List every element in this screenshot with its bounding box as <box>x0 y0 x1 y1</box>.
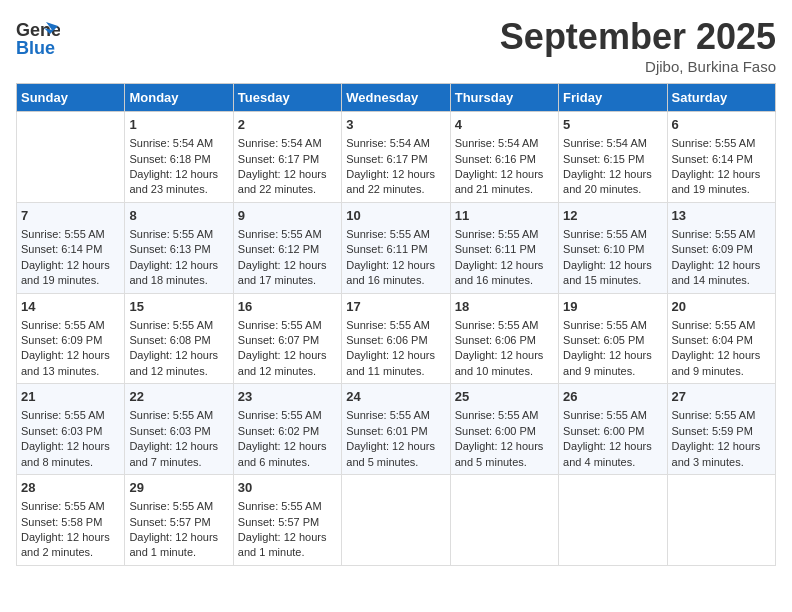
daylight-text: Daylight: 12 hours and 12 minutes. <box>238 349 327 376</box>
sunset-text: Sunset: 6:14 PM <box>21 243 102 255</box>
calendar-cell <box>17 112 125 203</box>
daylight-text: Daylight: 12 hours and 17 minutes. <box>238 259 327 286</box>
sunrise-text: Sunrise: 5:55 AM <box>672 319 756 331</box>
daylight-text: Daylight: 12 hours and 2 minutes. <box>21 531 110 558</box>
sunset-text: Sunset: 6:18 PM <box>129 153 210 165</box>
day-number: 25 <box>455 388 554 406</box>
weekday-header-row: SundayMondayTuesdayWednesdayThursdayFrid… <box>17 84 776 112</box>
sunrise-text: Sunrise: 5:55 AM <box>129 228 213 240</box>
calendar-week-3: 14Sunrise: 5:55 AMSunset: 6:09 PMDayligh… <box>17 293 776 384</box>
daylight-text: Daylight: 12 hours and 1 minute. <box>238 531 327 558</box>
sunrise-text: Sunrise: 5:55 AM <box>238 500 322 512</box>
day-number: 20 <box>672 298 771 316</box>
daylight-text: Daylight: 12 hours and 22 minutes. <box>238 168 327 195</box>
sunrise-text: Sunrise: 5:55 AM <box>346 319 430 331</box>
sunrise-text: Sunrise: 5:55 AM <box>129 319 213 331</box>
calendar-cell: 13Sunrise: 5:55 AMSunset: 6:09 PMDayligh… <box>667 202 775 293</box>
daylight-text: Daylight: 12 hours and 6 minutes. <box>238 440 327 467</box>
daylight-text: Daylight: 12 hours and 13 minutes. <box>21 349 110 376</box>
sunrise-text: Sunrise: 5:54 AM <box>238 137 322 149</box>
daylight-text: Daylight: 12 hours and 9 minutes. <box>563 349 652 376</box>
day-number: 27 <box>672 388 771 406</box>
sunrise-text: Sunrise: 5:55 AM <box>346 409 430 421</box>
sunrise-text: Sunrise: 5:55 AM <box>238 409 322 421</box>
sunset-text: Sunset: 5:59 PM <box>672 425 753 437</box>
calendar-cell: 16Sunrise: 5:55 AMSunset: 6:07 PMDayligh… <box>233 293 341 384</box>
sunset-text: Sunset: 6:01 PM <box>346 425 427 437</box>
calendar-cell: 9Sunrise: 5:55 AMSunset: 6:12 PMDaylight… <box>233 202 341 293</box>
calendar-week-1: 1Sunrise: 5:54 AMSunset: 6:18 PMDaylight… <box>17 112 776 203</box>
daylight-text: Daylight: 12 hours and 21 minutes. <box>455 168 544 195</box>
calendar-week-5: 28Sunrise: 5:55 AMSunset: 5:58 PMDayligh… <box>17 475 776 566</box>
day-number: 26 <box>563 388 662 406</box>
sunrise-text: Sunrise: 5:54 AM <box>346 137 430 149</box>
calendar-cell: 26Sunrise: 5:55 AMSunset: 6:00 PMDayligh… <box>559 384 667 475</box>
calendar-cell: 14Sunrise: 5:55 AMSunset: 6:09 PMDayligh… <box>17 293 125 384</box>
weekday-header-sunday: Sunday <box>17 84 125 112</box>
daylight-text: Daylight: 12 hours and 19 minutes. <box>672 168 761 195</box>
sunrise-text: Sunrise: 5:55 AM <box>455 319 539 331</box>
calendar-cell: 1Sunrise: 5:54 AMSunset: 6:18 PMDaylight… <box>125 112 233 203</box>
sunset-text: Sunset: 6:02 PM <box>238 425 319 437</box>
calendar-cell: 25Sunrise: 5:55 AMSunset: 6:00 PMDayligh… <box>450 384 558 475</box>
weekday-header-wednesday: Wednesday <box>342 84 450 112</box>
daylight-text: Daylight: 12 hours and 15 minutes. <box>563 259 652 286</box>
daylight-text: Daylight: 12 hours and 18 minutes. <box>129 259 218 286</box>
sunset-text: Sunset: 5:57 PM <box>238 516 319 528</box>
logo-icon: General Blue <box>16 16 60 60</box>
day-number: 6 <box>672 116 771 134</box>
day-number: 19 <box>563 298 662 316</box>
sunrise-text: Sunrise: 5:55 AM <box>129 500 213 512</box>
sunset-text: Sunset: 6:06 PM <box>455 334 536 346</box>
daylight-text: Daylight: 12 hours and 4 minutes. <box>563 440 652 467</box>
sunrise-text: Sunrise: 5:55 AM <box>672 228 756 240</box>
logo: General Blue <box>16 16 60 60</box>
sunset-text: Sunset: 6:03 PM <box>21 425 102 437</box>
day-number: 22 <box>129 388 228 406</box>
weekday-header-monday: Monday <box>125 84 233 112</box>
calendar-cell <box>667 475 775 566</box>
calendar-cell <box>559 475 667 566</box>
sunset-text: Sunset: 6:06 PM <box>346 334 427 346</box>
calendar-cell: 10Sunrise: 5:55 AMSunset: 6:11 PMDayligh… <box>342 202 450 293</box>
calendar-cell: 4Sunrise: 5:54 AMSunset: 6:16 PMDaylight… <box>450 112 558 203</box>
day-number: 11 <box>455 207 554 225</box>
calendar-cell: 15Sunrise: 5:55 AMSunset: 6:08 PMDayligh… <box>125 293 233 384</box>
sunset-text: Sunset: 6:10 PM <box>563 243 644 255</box>
sunrise-text: Sunrise: 5:55 AM <box>563 319 647 331</box>
day-number: 24 <box>346 388 445 406</box>
sunset-text: Sunset: 6:03 PM <box>129 425 210 437</box>
sunset-text: Sunset: 6:17 PM <box>346 153 427 165</box>
sunset-text: Sunset: 6:15 PM <box>563 153 644 165</box>
calendar-cell: 12Sunrise: 5:55 AMSunset: 6:10 PMDayligh… <box>559 202 667 293</box>
svg-text:Blue: Blue <box>16 38 55 58</box>
sunrise-text: Sunrise: 5:54 AM <box>129 137 213 149</box>
weekday-header-tuesday: Tuesday <box>233 84 341 112</box>
sunrise-text: Sunrise: 5:54 AM <box>455 137 539 149</box>
calendar-cell: 30Sunrise: 5:55 AMSunset: 5:57 PMDayligh… <box>233 475 341 566</box>
day-number: 8 <box>129 207 228 225</box>
daylight-text: Daylight: 12 hours and 9 minutes. <box>672 349 761 376</box>
day-number: 12 <box>563 207 662 225</box>
sunset-text: Sunset: 6:17 PM <box>238 153 319 165</box>
sunset-text: Sunset: 5:58 PM <box>21 516 102 528</box>
daylight-text: Daylight: 12 hours and 7 minutes. <box>129 440 218 467</box>
sunrise-text: Sunrise: 5:55 AM <box>672 409 756 421</box>
calendar-week-2: 7Sunrise: 5:55 AMSunset: 6:14 PMDaylight… <box>17 202 776 293</box>
sunset-text: Sunset: 6:09 PM <box>21 334 102 346</box>
sunrise-text: Sunrise: 5:55 AM <box>21 409 105 421</box>
weekday-header-thursday: Thursday <box>450 84 558 112</box>
month-title: September 2025 <box>500 16 776 58</box>
daylight-text: Daylight: 12 hours and 12 minutes. <box>129 349 218 376</box>
day-number: 13 <box>672 207 771 225</box>
page-header: General Blue September 2025 Djibo, Burki… <box>16 16 776 75</box>
calendar-cell: 19Sunrise: 5:55 AMSunset: 6:05 PMDayligh… <box>559 293 667 384</box>
sunset-text: Sunset: 6:14 PM <box>672 153 753 165</box>
calendar-cell: 7Sunrise: 5:55 AMSunset: 6:14 PMDaylight… <box>17 202 125 293</box>
calendar-cell: 6Sunrise: 5:55 AMSunset: 6:14 PMDaylight… <box>667 112 775 203</box>
sunrise-text: Sunrise: 5:55 AM <box>455 409 539 421</box>
day-number: 1 <box>129 116 228 134</box>
calendar-cell <box>342 475 450 566</box>
day-number: 2 <box>238 116 337 134</box>
calendar-cell: 20Sunrise: 5:55 AMSunset: 6:04 PMDayligh… <box>667 293 775 384</box>
